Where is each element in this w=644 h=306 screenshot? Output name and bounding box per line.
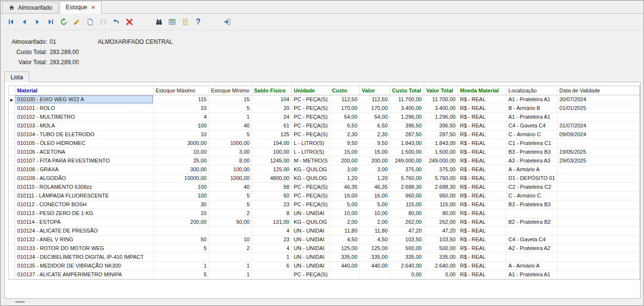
grid-cell[interactable]: 335,00 <box>359 252 390 261</box>
grid-cell[interactable]: 60 <box>252 191 292 200</box>
last-record-button[interactable] <box>44 15 57 28</box>
grid-cell[interactable] <box>557 112 640 121</box>
grid-cell[interactable]: A3 - Prateleira A3 <box>506 156 557 165</box>
column-header[interactable]: Saldo Físico <box>252 86 292 95</box>
table-row[interactable]: 010135 - MEDIDOR DE VIBRAÇÃO NK300116UN … <box>9 261 640 270</box>
grid-cell[interactable]: PC - PEÇA(S) <box>291 95 330 104</box>
grid-cell[interactable]: 960,00 <box>390 191 424 200</box>
grid-cell[interactable]: A - Armário A <box>506 165 557 174</box>
grid-cell[interactable]: 200,00 <box>153 217 209 226</box>
grid-cell[interactable]: PC - PEÇA(S) <box>291 191 330 200</box>
grid-cell[interactable]: 3,00 <box>330 165 359 174</box>
grid-cell[interactable]: A1 - Prateleira A1 <box>506 95 557 104</box>
grid-cell[interactable]: 46,35 <box>359 182 390 191</box>
grid-cell[interactable]: 500,00 <box>390 244 424 252</box>
grid-cell[interactable]: 30 <box>153 200 209 209</box>
grid-cell[interactable]: 262,00 <box>424 217 458 226</box>
grid-cell[interactable]: 1000,00 <box>209 174 251 182</box>
grid-cell[interactable]: C4 - Gaveta C4 <box>506 121 557 130</box>
table-row[interactable]: 010107 - FITA PARA REVESTIMENTO25,008,00… <box>9 156 640 165</box>
column-header[interactable]: Valor Total <box>424 86 458 95</box>
grid-cell[interactable]: 100,00 <box>209 165 251 174</box>
grid-cell[interactable] <box>557 165 640 174</box>
grid-cell[interactable]: 10000,00 <box>153 174 209 182</box>
grid-cell[interactable] <box>359 270 390 279</box>
grid-cell[interactable]: 2.688,30 <box>390 182 424 191</box>
table-row[interactable]: 010113 - PESO ZERO DE 1 KG1028UN - UNIDA… <box>9 209 640 217</box>
grid-cell[interactable]: C1 - Prateleira C1 <box>506 139 557 147</box>
grid-cell[interactable]: 115 <box>153 95 209 104</box>
grid-cell[interactable]: 010137 - ALICATE AMPERIMETRO MINIPA <box>15 270 153 279</box>
grid-cell[interactable]: 9,50 <box>330 139 359 147</box>
grid-cell[interactable]: R$ - REAL <box>458 182 506 191</box>
grid-cell[interactable] <box>557 261 640 270</box>
grid-cell[interactable]: KG - QUILOG <box>291 174 330 182</box>
grid-cell[interactable]: 54,00 <box>359 112 390 121</box>
grid-cell[interactable]: 010100 - EIXO WEG W22 A <box>15 95 153 104</box>
next-record-button[interactable] <box>31 15 44 28</box>
grid-cell[interactable]: 10,00 <box>359 209 390 217</box>
grid-cell[interactable]: PC - PEÇA(S) <box>291 182 330 191</box>
grid-cell[interactable]: 010135 - MEDIDOR DE VIBRAÇÃO NK300 <box>15 261 153 270</box>
grid-cell[interactable]: 9,50 <box>359 139 390 147</box>
grid-cell[interactable]: 40 <box>209 121 251 130</box>
table-row[interactable]: 010124 - ALICATE DE PRESSÃO4UN - UNIDAI1… <box>9 226 640 235</box>
grid-cell[interactable]: 100 <box>153 191 209 200</box>
grid-cell[interactable]: 500,00 <box>424 244 458 252</box>
tab-estoque[interactable]: Estoque ✕ <box>59 1 102 14</box>
grid-cell[interactable]: 440,00 <box>330 261 359 270</box>
grid-cell[interactable]: UN - UNIDAI <box>291 235 330 244</box>
grid-cell[interactable]: 5.760,00 <box>390 174 424 182</box>
grid-cell[interactable]: UN - UNIDAI <box>291 261 330 270</box>
grid-cell[interactable] <box>557 209 640 217</box>
column-header[interactable]: Localização <box>506 86 557 95</box>
grid-cell[interactable] <box>557 217 640 226</box>
grid-cell[interactable]: 15,00 <box>330 147 359 156</box>
table-row[interactable]: 010114 - ESTOPA200,0050,00131,00KG - QUI… <box>9 217 640 226</box>
grid-cell[interactable]: 16,00 <box>330 191 359 200</box>
first-record-button[interactable] <box>4 15 18 28</box>
grid-cell[interactable]: 5,00 <box>359 200 390 209</box>
grid-cell[interactable]: 200,00 <box>330 156 359 165</box>
grid-cell[interactable]: 010110 - ROLAMENTO 6308zz <box>15 182 153 191</box>
grid-cell[interactable]: 5 <box>209 104 251 112</box>
grid-cell[interactable]: 2 <box>209 209 251 217</box>
grid-cell[interactable]: 3.400,00 <box>390 104 424 112</box>
grid-cell[interactable] <box>557 182 640 191</box>
report-button[interactable] <box>179 15 192 28</box>
grid-cell[interactable]: UN - UNIDAI <box>291 226 330 235</box>
grid-cell[interactable]: 2,00 <box>359 217 390 226</box>
grid-cell[interactable]: R$ - REAL <box>458 139 506 147</box>
grid-cell[interactable]: 010114 - ESTOPA <box>15 217 153 226</box>
grid-cell[interactable]: 61 <box>252 121 292 130</box>
grid-cell[interactable]: 396,50 <box>424 121 458 130</box>
column-header[interactable]: Valor <box>359 86 390 95</box>
prior-record-button[interactable] <box>18 15 31 28</box>
grid-cell[interactable]: 010112 - CONECTOR BOSH <box>15 200 153 209</box>
grid-cell[interactable]: 010134 - DECIBELÍMETRO DIGITAL IP-410 IM… <box>15 252 153 261</box>
grid-cell[interactable]: 10 <box>209 235 251 244</box>
grid-cell[interactable]: 2,30 <box>359 130 390 139</box>
grid-cell[interactable] <box>506 209 557 217</box>
grid-cell[interactable]: R$ - REAL <box>458 261 506 270</box>
grid-cell[interactable]: 1.500,00 <box>424 147 458 156</box>
grid-cell[interactable]: 1,20 <box>330 174 359 182</box>
table-row[interactable]: 010109 - ALGODÃO10000,001000,004800,00KG… <box>9 174 640 182</box>
grid-cell[interactable]: PC - PEÇA(S) <box>291 121 330 130</box>
table-row[interactable]: 010101 - ROLO10520PC - PEÇA(S)170,00170,… <box>9 104 640 112</box>
grid-cell[interactable]: PC - PEÇA(S) <box>291 112 330 121</box>
table-row[interactable]: 010108 - GRAXA300,00100,00125,00KG - QUI… <box>9 165 640 174</box>
grid-cell[interactable]: 3,00 <box>359 165 390 174</box>
column-header[interactable]: Custo <box>330 86 359 95</box>
grid-cell[interactable]: 170,00 <box>330 104 359 112</box>
grid-cell[interactable]: R$ - REAL <box>458 226 506 235</box>
grid-cell[interactable]: 131,00 <box>252 217 292 226</box>
grid-cell[interactable]: 287,50 <box>424 130 458 139</box>
grid-cell[interactable]: KG - QUILOG <box>291 165 330 174</box>
grid-cell[interactable]: 103,50 <box>390 235 424 244</box>
grid-cell[interactable] <box>153 252 209 261</box>
grid-cell[interactable]: 10 <box>153 104 209 112</box>
grid-cell[interactable]: 4 <box>153 112 209 121</box>
refresh-button[interactable] <box>57 15 70 28</box>
grid-cell[interactable]: 46,35 <box>330 182 359 191</box>
